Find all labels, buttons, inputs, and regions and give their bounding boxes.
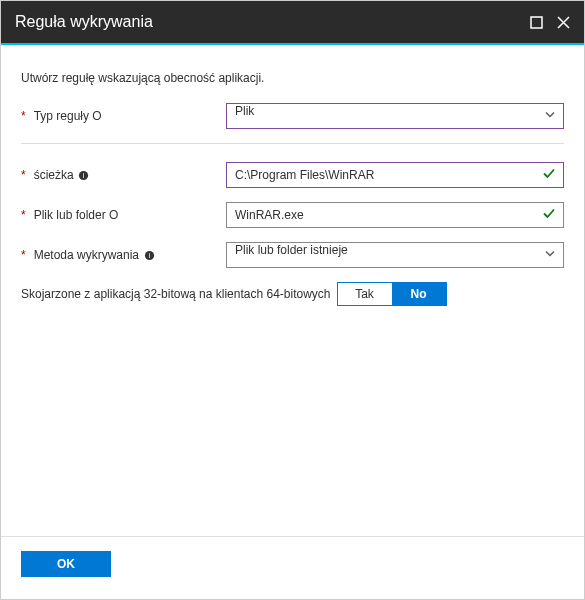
label-rule-type: * Typ reguły O bbox=[21, 109, 226, 123]
dialog-title: Reguła wykrywania bbox=[15, 13, 530, 31]
select-detection-method[interactable]: Plik lub folder istnieje bbox=[226, 242, 564, 268]
row-file-or-folder: * Plik lub folder O bbox=[21, 202, 564, 228]
required-asterisk: * bbox=[21, 208, 26, 222]
field-rule-type: Plik bbox=[226, 103, 564, 129]
ok-button[interactable]: OK bbox=[21, 551, 111, 577]
label-rule-type-text: Typ reguły O bbox=[34, 109, 102, 123]
field-path bbox=[226, 162, 564, 188]
label-detection-method: * Metoda wykrywania i bbox=[21, 248, 226, 262]
divider bbox=[21, 143, 564, 144]
input-path[interactable] bbox=[226, 162, 564, 188]
row-rule-type: * Typ reguły O Plik bbox=[21, 103, 564, 129]
toggle-option-yes[interactable]: Tak bbox=[338, 283, 392, 305]
info-icon[interactable]: i bbox=[78, 169, 90, 181]
required-asterisk: * bbox=[21, 248, 26, 262]
toggle-32bit-assoc: Tak No bbox=[337, 282, 447, 306]
toggle-option-no[interactable]: No bbox=[392, 283, 446, 305]
label-file-or-folder: * Plik lub folder O bbox=[21, 208, 226, 222]
instruction-text: Utwórz regułę wskazującą obecność aplika… bbox=[21, 71, 564, 85]
required-asterisk: * bbox=[21, 109, 26, 123]
label-path: * ścieżka i bbox=[21, 168, 226, 182]
select-rule-type[interactable]: Plik bbox=[226, 103, 564, 129]
field-file-or-folder bbox=[226, 202, 564, 228]
close-icon[interactable] bbox=[557, 16, 570, 29]
label-file-or-folder-text: Plik lub folder O bbox=[34, 208, 119, 222]
window-controls bbox=[530, 16, 570, 29]
dialog-footer: OK bbox=[1, 536, 584, 599]
label-detection-method-text: Metoda wykrywania bbox=[34, 248, 139, 262]
label-32bit-assoc: Skojarzone z aplikacją 32-bitową na klie… bbox=[21, 287, 331, 301]
required-asterisk: * bbox=[21, 168, 26, 182]
dialog-content: Utwórz regułę wskazującą obecność aplika… bbox=[1, 45, 584, 536]
row-32bit-assoc: Skojarzone z aplikacją 32-bitową na klie… bbox=[21, 282, 564, 306]
info-icon[interactable]: i bbox=[143, 249, 155, 261]
label-path-text: ścieżka bbox=[34, 168, 74, 182]
input-file-or-folder[interactable] bbox=[226, 202, 564, 228]
field-detection-method: Plik lub folder istnieje bbox=[226, 242, 564, 268]
titlebar: Reguła wykrywania bbox=[1, 1, 584, 45]
maximize-icon[interactable] bbox=[530, 16, 543, 29]
row-path: * ścieżka i bbox=[21, 162, 564, 188]
row-detection-method: * Metoda wykrywania i Plik lub folder is… bbox=[21, 242, 564, 268]
svg-rect-0 bbox=[531, 17, 542, 28]
